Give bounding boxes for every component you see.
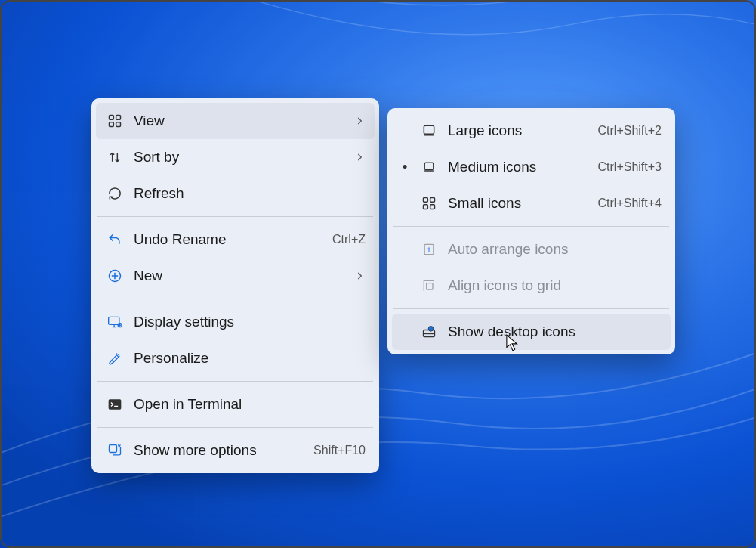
- menu-item-label: Refresh: [134, 185, 366, 202]
- desktop-icons-icon: [421, 324, 437, 340]
- sort-icon: [106, 149, 123, 166]
- menu-item-view[interactable]: View: [96, 103, 375, 139]
- medium-icons-icon: [421, 159, 437, 175]
- menu-separator: [97, 299, 373, 299]
- menu-item-display-settings[interactable]: Display settings: [96, 304, 375, 340]
- menu-item-label: Show more options: [134, 442, 303, 459]
- submenu-item-show-desktop-icons[interactable]: Show desktop icons: [392, 314, 671, 350]
- menu-item-personalize[interactable]: Personalize: [96, 340, 375, 376]
- menu-item-undo-rename[interactable]: Undo Rename Ctrl+Z: [96, 221, 375, 258]
- submenu-item-medium-icons[interactable]: • Medium icons Ctrl+Shift+3: [392, 149, 671, 185]
- menu-item-accel: Ctrl+Z: [332, 233, 366, 246]
- menu-item-accel: Ctrl+Shift+2: [598, 124, 662, 138]
- menu-item-label: View: [134, 113, 343, 129]
- menu-separator: [97, 427, 373, 428]
- svg-rect-12: [430, 198, 435, 203]
- svg-rect-16: [427, 283, 433, 289]
- svg-rect-10: [424, 163, 434, 169]
- more-options-icon: [106, 442, 123, 459]
- svg-rect-13: [424, 205, 428, 209]
- terminal-icon: [106, 396, 123, 413]
- menu-item-label: Align icons to grid: [448, 277, 662, 294]
- svg-rect-5: [109, 317, 119, 324]
- large-icons-icon: [421, 122, 437, 139]
- menu-item-label: Open in Terminal: [134, 396, 366, 413]
- menu-item-label: Display settings: [134, 314, 366, 330]
- menu-item-label: Personalize: [134, 350, 366, 367]
- chevron-right-icon: [353, 271, 366, 281]
- personalize-icon: [106, 350, 123, 367]
- svg-rect-0: [110, 116, 114, 120]
- undo-icon: [106, 231, 123, 248]
- menu-item-refresh[interactable]: Refresh: [96, 175, 375, 212]
- view-icon: [106, 113, 123, 129]
- menu-item-accel: Ctrl+Shift+4: [598, 197, 662, 210]
- svg-rect-8: [110, 445, 117, 453]
- new-icon: [106, 268, 123, 284]
- refresh-icon: [106, 185, 123, 202]
- chevron-right-icon: [353, 152, 366, 163]
- submenu-item-large-icons[interactable]: Large icons Ctrl+Shift+2: [392, 113, 671, 149]
- menu-item-label: Small icons: [448, 195, 588, 212]
- menu-separator: [393, 308, 669, 309]
- menu-separator: [97, 381, 373, 382]
- menu-item-label: Show desktop icons: [448, 324, 662, 340]
- small-icons-icon: [421, 195, 437, 212]
- desktop-context-menu: View Sort by Refresh Undo Rena: [91, 98, 379, 473]
- menu-item-new[interactable]: New: [96, 258, 375, 294]
- menu-item-label: Medium icons: [448, 159, 588, 175]
- menu-separator: [97, 216, 373, 217]
- menu-item-sort-by[interactable]: Sort by: [96, 139, 375, 175]
- svg-rect-1: [116, 116, 121, 120]
- svg-point-18: [428, 327, 434, 332]
- svg-rect-2: [110, 122, 114, 127]
- menu-item-accel: Shift+F10: [313, 444, 366, 457]
- menu-item-label: Auto arrange icons: [448, 241, 662, 258]
- menu-item-label: Undo Rename: [134, 231, 322, 248]
- menu-item-label: Sort by: [134, 149, 343, 166]
- auto-arrange-icon: [421, 241, 437, 258]
- menu-item-more-options[interactable]: Show more options Shift+F10: [96, 432, 375, 469]
- submenu-item-auto-arrange[interactable]: Auto arrange icons: [392, 231, 671, 268]
- menu-separator: [393, 226, 669, 227]
- svg-rect-3: [116, 122, 121, 127]
- submenu-item-small-icons[interactable]: Small icons Ctrl+Shift+4: [392, 185, 671, 221]
- view-submenu: Large icons Ctrl+Shift+2 • Medium icons …: [387, 108, 675, 354]
- menu-item-label: Large icons: [448, 122, 588, 139]
- display-settings-icon: [106, 314, 123, 330]
- svg-rect-9: [424, 125, 434, 134]
- svg-rect-7: [109, 399, 122, 409]
- svg-rect-11: [424, 198, 428, 203]
- chevron-right-icon: [353, 116, 366, 126]
- align-grid-icon: [421, 277, 437, 294]
- menu-item-accel: Ctrl+Shift+3: [598, 160, 662, 174]
- radio-indicator-selected: •: [400, 159, 410, 175]
- menu-item-open-terminal[interactable]: Open in Terminal: [96, 386, 375, 423]
- submenu-item-align-grid[interactable]: Align icons to grid: [392, 268, 671, 304]
- svg-rect-14: [430, 205, 435, 209]
- menu-item-label: New: [134, 268, 343, 284]
